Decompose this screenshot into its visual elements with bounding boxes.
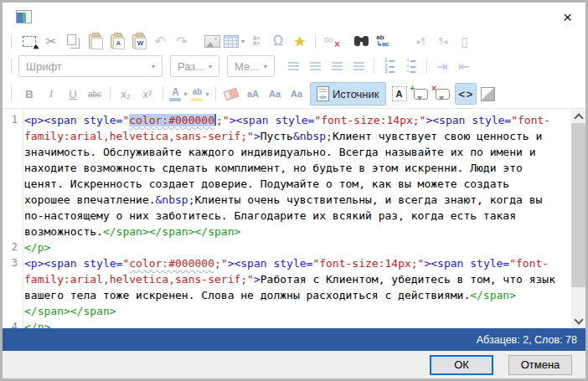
uppercase-icon[interactable]: Aa xyxy=(265,84,285,104)
table-icon[interactable]: ▾ xyxy=(224,31,245,51)
line-number: 1 xyxy=(3,112,23,239)
code-line: 3<p><span style="color:#000000;"><span s… xyxy=(3,255,571,319)
code-token: ;" xyxy=(214,257,228,270)
remove-comment-icon[interactable] xyxy=(433,84,453,104)
toolbar-separator xyxy=(426,59,427,74)
toolbar-row-3: BIUabcx₂x²A▾ab▾aAAaAaИсточникA< > xyxy=(3,80,585,108)
copy-icon[interactable] xyxy=(63,31,83,51)
size-select[interactable]: Раз...▾ xyxy=(170,55,219,77)
image-icon[interactable] xyxy=(202,31,222,51)
justify-icon[interactable] xyxy=(348,56,369,76)
undo-icon[interactable]: ↶ xyxy=(150,31,170,51)
capitalize-icon[interactable]: Aa xyxy=(286,84,307,104)
iframe-icon[interactable]: ▯ xyxy=(455,31,475,51)
align-right-icon[interactable] xyxy=(327,56,347,76)
cut-icon[interactable]: ✂ xyxy=(41,31,61,51)
line-number: 4 xyxy=(3,319,23,328)
align-left-icon[interactable] xyxy=(283,56,303,76)
lowercase-icon[interactable]: aA xyxy=(243,84,263,104)
add-comment-icon[interactable] xyxy=(411,84,431,104)
italic-icon[interactable]: I xyxy=(41,84,61,104)
align-center-icon[interactable] xyxy=(305,56,325,76)
code-token: color:#000000 xyxy=(129,257,214,270)
scroll-down-arrow-icon[interactable] xyxy=(571,314,585,328)
line-number: 3 xyxy=(3,255,23,319)
code-token: <p><span style= xyxy=(24,257,122,270)
code-token: ><span style= xyxy=(426,114,511,126)
code-token: "font-size:14px;" xyxy=(312,257,424,270)
increase-indent-icon[interactable]: ⇥ xyxy=(432,56,452,76)
replace-icon[interactable]: ab↳ac xyxy=(373,31,393,51)
merge-fields-icon[interactable]: A≡A≡ xyxy=(246,31,266,51)
numbered-list-icon[interactable]: 1 ▬2 ▬3 ▬ xyxy=(379,56,400,76)
style-select[interactable]: Ме...▾ xyxy=(227,55,275,77)
font-select-label: Шрифт xyxy=(26,60,62,73)
chevron-down-icon: ▾ xyxy=(264,63,267,70)
special-character-icon[interactable]: Ω xyxy=(268,31,288,51)
star-icon[interactable]: ★ xyxy=(290,31,310,51)
toolbar-separator xyxy=(374,59,374,74)
code-token: ;" xyxy=(216,114,230,126)
find-icon[interactable] xyxy=(351,31,371,51)
code-token: &nbsp; xyxy=(156,193,195,206)
scroll-up-arrow-icon[interactable] xyxy=(571,109,585,123)
bulleted-list-icon[interactable]: ▪ ▬▪ ▬▪ ▬ xyxy=(401,56,421,76)
spellcheck-icon[interactable]: A xyxy=(389,84,410,104)
code-token: > xyxy=(254,130,260,142)
chevron-down-icon: ▾ xyxy=(209,63,212,70)
chevron-down-icon: ▾ xyxy=(152,63,155,70)
code-content[interactable]: <p><span style="color:#000000;"><span st… xyxy=(23,255,571,319)
vertical-scrollbar[interactable] xyxy=(571,109,585,328)
code-content[interactable]: <p><span style="color:#000000;"><span st… xyxy=(23,112,571,239)
chevron-down-icon: ▾ xyxy=(183,90,187,98)
code-token: ><span style= xyxy=(230,114,315,126)
source-editor: 1<p><span style="color:#000000;"><span s… xyxy=(3,108,585,328)
code-token: </span></span></span> xyxy=(103,225,240,238)
paste-icon[interactable] xyxy=(85,31,105,51)
scrollbar-track[interactable] xyxy=(571,287,585,314)
code-token: "font-size:14px;" xyxy=(314,114,426,126)
style-select-label: Ме... xyxy=(235,60,259,73)
decrease-indent-icon[interactable]: ⇤ xyxy=(454,56,474,76)
bold-icon[interactable]: B xyxy=(19,84,39,104)
redo-icon[interactable]: ↷ xyxy=(172,31,192,51)
remove-format-icon[interactable] xyxy=(221,84,241,104)
fill-icon[interactable] xyxy=(478,84,498,104)
subscript-icon[interactable]: x₂ xyxy=(116,84,136,104)
ltr-paragraph-icon[interactable]: ▸¶ xyxy=(411,31,431,51)
code-line: 1<p><span style="color:#000000;"><span s… xyxy=(3,112,571,239)
ok-button[interactable]: ОК xyxy=(430,355,493,375)
code-token: color:#000000 xyxy=(129,114,214,126)
paste-plain-text-icon[interactable] xyxy=(106,31,126,51)
code-token: ><span style= xyxy=(424,257,509,270)
word-count-status: Абзацев: 2, Слов: 78 xyxy=(477,334,577,346)
font-select[interactable]: Шрифт▾ xyxy=(18,55,162,77)
size-select-label: Раз... xyxy=(178,60,204,73)
code-content[interactable]: </p> xyxy=(23,319,571,328)
superscript-icon[interactable]: x² xyxy=(137,84,157,104)
background-color-icon[interactable]: ab▾ xyxy=(190,84,210,104)
text-color-icon[interactable]: A▾ xyxy=(168,84,188,104)
source-code-area[interactable]: 1<p><span style="color:#000000;"><span s… xyxy=(3,109,571,328)
scrollbar-thumb[interactable] xyxy=(571,123,585,287)
code-content[interactable]: </p> xyxy=(23,239,571,255)
toolbar-row-1: ✂↶↷▾A≡A≡Ω★ab↳ac▸¶¶◂▯ xyxy=(3,29,585,53)
paste-from-word-icon[interactable] xyxy=(128,31,148,51)
select-all-icon[interactable] xyxy=(19,31,39,51)
code-token: > xyxy=(254,273,260,286)
dialog-footer: ОК Отмена xyxy=(3,351,585,378)
chevron-down-icon: ▾ xyxy=(241,38,245,45)
strikethrough-icon[interactable]: abc xyxy=(85,84,105,104)
html-tags-icon[interactable]: < > xyxy=(455,83,477,105)
line-number: 2 xyxy=(3,239,23,255)
underline-icon[interactable]: U xyxy=(63,84,83,104)
cancel-button[interactable]: Отмена xyxy=(508,355,572,375)
close-icon[interactable]: × xyxy=(561,9,574,25)
source-button[interactable]: Источник xyxy=(310,82,386,106)
status-bar: Абзацев: 2, Слов: 78 xyxy=(3,328,585,351)
source-button-label: Источник xyxy=(333,88,379,100)
title-bar: × xyxy=(3,3,585,29)
code-token: </p> xyxy=(24,241,50,254)
rtl-paragraph-icon[interactable]: ¶◂ xyxy=(433,31,453,51)
unlink-icon[interactable] xyxy=(321,31,341,51)
